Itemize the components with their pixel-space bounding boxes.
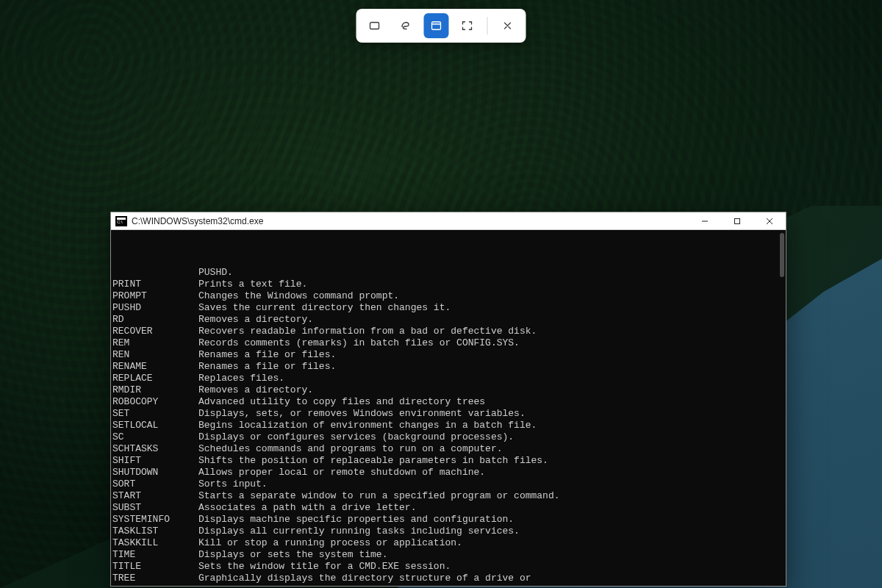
cmd-output-area[interactable]: PUSHD.PRINT Prints a text file.PROMPT Ch… <box>111 230 786 586</box>
fullscreen-snip-icon <box>461 19 474 32</box>
cmd-output-line: PUSHD Saves the current directory then c… <box>112 302 783 314</box>
cmd-output-line: SUBST Associates a path with a drive let… <box>112 502 783 514</box>
cmd-window: C:\WINDOWS\system32\cmd.exe PUSHD.PRINT … <box>110 212 786 587</box>
cmd-output-line: ROBOCOPY Advanced utility to copy files … <box>112 396 783 408</box>
freeform-snip-icon <box>399 19 412 32</box>
cmd-output-line: TASKKILL Kill or stop a running process … <box>112 537 783 549</box>
close-icon <box>766 218 773 225</box>
cmd-output-line: TREE Graphically displays the directory … <box>112 573 783 584</box>
toolbar-separator <box>487 17 488 35</box>
cmd-output-line: REN Renames a file or files. <box>112 349 783 361</box>
cmd-output-line: RENAME Renames a file or files. <box>112 361 783 373</box>
minimize-icon <box>701 218 709 225</box>
maximize-icon <box>734 218 741 225</box>
cmd-output-line: RD Removes a directory. <box>112 314 783 326</box>
cmd-output-line: PRINT Prints a text file. <box>112 279 783 290</box>
cmd-output-line: SHIFT Shifts the position of replaceable… <box>112 455 783 467</box>
svg-rect-0 <box>370 23 379 29</box>
cmd-app-icon <box>115 216 127 226</box>
rectangular-snip-button[interactable] <box>362 13 387 38</box>
cmd-output-line: TASKLIST Displays all currently running … <box>112 526 783 537</box>
minimize-button[interactable] <box>689 212 721 229</box>
cmd-output-line: SET Displays, sets, or removes Windows e… <box>112 408 783 420</box>
cmd-output-line: TIME Displays or sets the system time. <box>112 549 783 561</box>
window-snip-button[interactable] <box>424 13 449 38</box>
cmd-output-line: PUSHD. <box>112 267 783 279</box>
desktop-wallpaper: C:\WINDOWS\system32\cmd.exe PUSHD.PRINT … <box>0 0 882 588</box>
cmd-output-line: path. <box>112 584 783 586</box>
cmd-title-text: C:\WINDOWS\system32\cmd.exe <box>132 216 263 226</box>
svg-rect-4 <box>735 218 740 223</box>
window-snip-icon <box>430 19 443 32</box>
cmd-titlebar[interactable]: C:\WINDOWS\system32\cmd.exe <box>111 212 786 230</box>
cmd-output-line: REPLACE Replaces files. <box>112 373 783 384</box>
window-controls <box>689 212 786 229</box>
cmd-output-line: SORT Sorts input. <box>112 478 783 490</box>
maximize-button[interactable] <box>721 212 753 229</box>
close-snip-button[interactable] <box>495 13 520 38</box>
svg-rect-1 <box>432 22 441 30</box>
close-window-button[interactable] <box>753 212 786 229</box>
cmd-output-line: SETLOCAL Begins localization of environm… <box>112 420 783 431</box>
snipping-toolbar <box>356 9 526 43</box>
cmd-output-line: SCHTASKS Schedules commands and programs… <box>112 443 783 455</box>
cmd-output-line: RECOVER Recovers readable information fr… <box>112 326 783 337</box>
cmd-output-line: SYSTEMINFO Displays machine specific pro… <box>112 514 783 526</box>
cmd-scrollbar-thumb[interactable] <box>780 233 784 277</box>
cmd-output-line: SC Displays or configures services (back… <box>112 431 783 443</box>
rectangular-snip-icon <box>368 19 381 32</box>
cmd-output-line: PROMPT Changes the Windows command promp… <box>112 290 783 302</box>
cmd-output-line: REM Records comments (remarks) in batch … <box>112 337 783 349</box>
close-icon <box>502 20 514 32</box>
cmd-output-line: TITLE Sets the window title for a CMD.EX… <box>112 561 783 573</box>
cmd-output-line: RMDIR Removes a directory. <box>112 384 783 396</box>
cmd-output-line: SHUTDOWN Allows proper local or remote s… <box>112 467 783 478</box>
cmd-output-line: START Starts a separate window to run a … <box>112 490 783 502</box>
freeform-snip-button[interactable] <box>393 13 418 38</box>
fullscreen-snip-button[interactable] <box>455 13 480 38</box>
